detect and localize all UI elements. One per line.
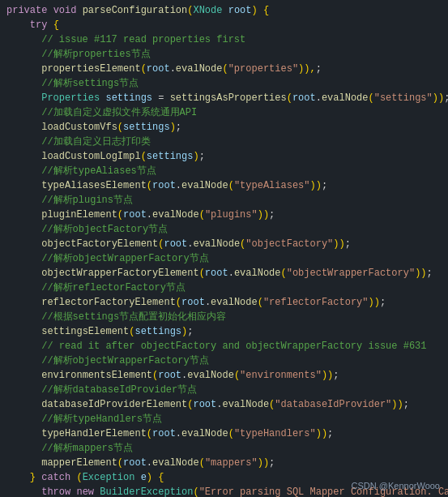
code-token <box>70 470 76 485</box>
code-token: ; <box>444 91 448 105</box>
code-token <box>6 91 41 105</box>
code-token: //解析typeAliases节点 <box>6 164 156 178</box>
code-content: private void parseConfiguration(XNode ro… <box>0 3 448 497</box>
code-token <box>6 149 41 164</box>
code-token: ( <box>193 485 198 497</box>
code-token: loadCustomVfs <box>41 120 117 135</box>
code-line: objectWrapperFactoryElement(root.evalNod… <box>0 266 448 281</box>
code-token <box>94 485 100 497</box>
code-token: evalNode <box>152 208 199 222</box>
code-line: //解析mappers节点 <box>0 441 448 456</box>
code-line: //解析objectWrapperFactory节点 <box>0 251 448 266</box>
code-token: //加载自定义虚拟文件系统通用API <box>6 105 197 120</box>
code-token: ) <box>193 149 198 164</box>
code-token: //解析objectFactory节点 <box>6 222 168 237</box>
code-token: ( <box>117 456 123 470</box>
code-token: )) <box>369 295 380 310</box>
code-line: reflectorFactoryElement(root.evalNode("r… <box>0 295 448 310</box>
code-line: settingsElement(settings); <box>0 324 448 339</box>
code-token: . <box>216 397 222 412</box>
code-token: "databaseIdProvider" <box>275 397 391 412</box>
code-line: //根据settings节点配置初始化相应内容 <box>0 310 448 324</box>
code-token: settingsElement <box>41 324 129 339</box>
code-line: objectFactoryElement(root.evalNode("obje… <box>0 237 448 251</box>
code-token: ( <box>147 178 152 193</box>
code-token: ( <box>117 208 123 222</box>
code-line: loadCustomVfs(settings); <box>0 120 448 135</box>
code-line: pluginElement(root.evalNode("plugins")); <box>0 208 448 222</box>
code-line: //解析settings节点 <box>0 76 448 91</box>
code-token: settings <box>147 149 194 164</box>
code-token: { <box>53 18 59 32</box>
code-line: //解析properties节点 <box>0 47 448 62</box>
code-token <box>100 91 105 105</box>
code-token: "environments" <box>240 368 322 383</box>
code-token: evalNode <box>152 456 199 470</box>
code-token: // read it after objectFactory and objec… <box>6 339 426 353</box>
code-token <box>6 426 41 441</box>
code-token: ( <box>76 470 82 485</box>
code-token: private <box>6 3 47 18</box>
code-token: ; <box>316 62 322 76</box>
code-line: private void parseConfiguration(XNode ro… <box>0 3 448 18</box>
code-token: //解析reflectorFactory节点 <box>6 281 186 295</box>
code-token <box>222 3 228 18</box>
code-token: evalNode <box>176 62 223 76</box>
code-token: . <box>176 178 181 193</box>
code-token: loadCustomLogImpl <box>41 149 140 164</box>
code-line: databaseIdProviderElement(root.evalNode(… <box>0 397 448 412</box>
code-token: )), <box>298 62 316 76</box>
code-token: root <box>205 266 228 281</box>
code-token <box>6 18 30 32</box>
code-token: //解析properties节点 <box>6 47 151 62</box>
code-token: root <box>164 237 187 251</box>
code-token: ; <box>176 120 181 135</box>
code-token: . <box>147 456 152 470</box>
code-token: //解析databaseIdProvider节点 <box>6 383 197 397</box>
code-token: . <box>176 426 181 441</box>
code-token: )) <box>391 397 403 412</box>
code-token <box>47 3 53 18</box>
code-token: . <box>316 91 322 105</box>
code-token: objectWrapperFactoryElement <box>41 266 198 281</box>
code-token: settingsAsProperties <box>170 91 287 105</box>
code-token: ) { <box>147 470 164 485</box>
code-token: "plugins" <box>205 208 258 222</box>
code-token: typeAliasesElement <box>41 178 147 193</box>
code-token: // issue #117 read properties first <box>6 32 245 47</box>
code-token <box>36 470 41 485</box>
code-token: Properties <box>41 91 100 105</box>
code-token: } <box>6 470 36 485</box>
code-token: try <box>30 18 48 32</box>
code-line: typeAliasesElement(root.evalNode("typeAl… <box>0 178 448 193</box>
code-token: //解析objectWrapperFactory节点 <box>6 353 209 368</box>
code-token: ( <box>129 324 134 339</box>
code-token: XNode <box>193 3 222 18</box>
code-token <box>258 3 263 18</box>
code-token: ( <box>176 295 181 310</box>
code-token: catch <box>41 470 70 485</box>
code-token <box>6 237 41 251</box>
code-token: objectFactoryElement <box>41 237 158 251</box>
code-token: . <box>187 237 193 251</box>
code-token: ; <box>403 397 409 412</box>
code-token: . <box>228 266 234 281</box>
code-token: ( <box>199 456 205 470</box>
code-token <box>6 120 41 135</box>
code-token: ) <box>181 324 187 339</box>
code-line: //解析typeHandlers节点 <box>0 412 448 426</box>
code-token: root <box>152 426 176 441</box>
code-token: root <box>292 91 316 105</box>
code-token <box>6 324 41 339</box>
code-token: databaseIdProviderElement <box>41 397 187 412</box>
code-line: // issue #117 read properties first <box>0 32 448 47</box>
code-token <box>6 178 41 193</box>
code-token: . <box>170 62 176 76</box>
code-token: ( <box>240 237 245 251</box>
code-token: ( <box>222 62 228 76</box>
code-token: = <box>152 91 170 105</box>
code-token: e <box>141 470 147 485</box>
code-line: //解析objectWrapperFactory节点 <box>0 353 448 368</box>
code-token: )) <box>333 237 344 251</box>
code-token: )) <box>258 456 269 470</box>
